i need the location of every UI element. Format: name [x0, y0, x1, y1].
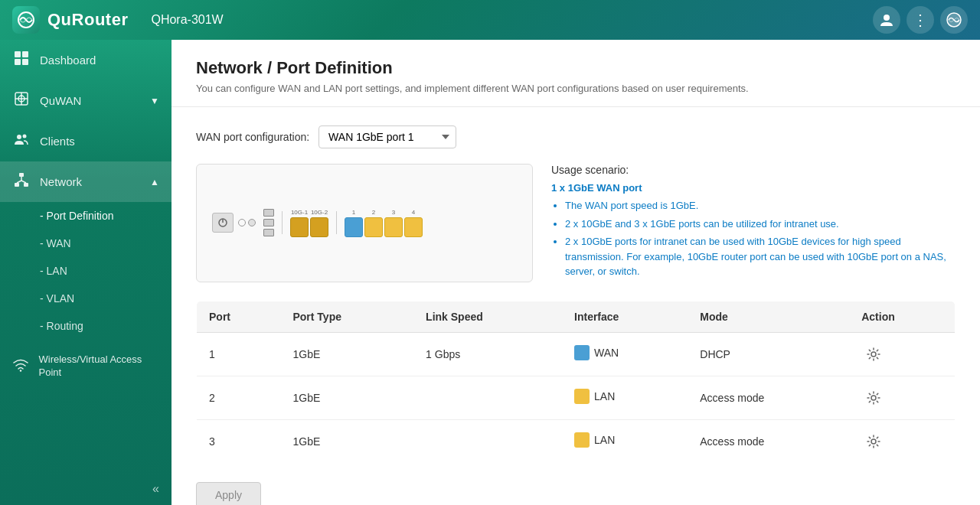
cell-action-1	[849, 376, 955, 419]
logo-text: QuRouter	[47, 10, 128, 30]
more-options-icon[interactable]: ⋮	[906, 6, 934, 34]
sidebar-label-network: Network	[40, 175, 82, 188]
wan-config-select[interactable]: WAN 1GbE port 1 WAN 1GbE port 2 WAN 10Gb…	[318, 125, 456, 148]
svg-point-24	[871, 439, 876, 444]
port-separator-2	[336, 211, 337, 234]
port-group-10g: 10G-1 10G-2	[290, 209, 328, 237]
interface-badge-1: LAN	[574, 389, 615, 404]
sidebar-subitem-routing[interactable]: - Routing	[0, 312, 172, 340]
sidebar-subitem-lan[interactable]: - LAN	[0, 257, 172, 285]
port-diagram-inner: 10G-1 10G-2 1	[212, 209, 517, 237]
sidebar-item-network[interactable]: Network ▲	[0, 161, 172, 202]
clients-icon	[12, 132, 31, 151]
col-mode: Mode	[688, 301, 849, 332]
label-port3: 3	[384, 209, 403, 216]
port-1g-4	[404, 217, 423, 237]
interface-badge-0: WAN	[574, 345, 619, 360]
cell-link-speed-2	[413, 419, 562, 463]
sidebar-subitem-port-definition[interactable]: - Port Definition	[0, 202, 172, 230]
usage-list: The WAN port speed is 1GbE. 2 x 10GbE an…	[551, 198, 956, 279]
action-gear-button-1[interactable]	[861, 386, 886, 410]
port-table: Port Port Type Link Speed Interface Mode…	[196, 301, 956, 464]
usb-port-2	[263, 219, 274, 226]
cell-mode-2: Access mode	[688, 419, 849, 463]
sidebar-sublabel-vlan: - VLAN	[40, 292, 74, 305]
port-1g-2	[364, 217, 383, 237]
cell-port-type-0: 1GbE	[280, 332, 413, 376]
page-body: WAN port configuration: WAN 1GbE port 1 …	[172, 107, 980, 505]
sidebar: Dashboard QuWAN ▼	[0, 40, 172, 505]
sidebar-collapse-button[interactable]: «	[0, 473, 172, 505]
network-icon	[12, 172, 31, 191]
cell-port-type-1: 1GbE	[280, 376, 413, 419]
usage-bullet-2: 2 x 10GbE and 3 x 1GbE ports can be util…	[565, 217, 956, 232]
sidebar-label-wireless: Wireless/Virtual Access Point	[38, 354, 159, 380]
interface-color-icon-0	[574, 345, 590, 360]
cell-interface-0: WAN	[562, 332, 688, 376]
sidebar-item-clients[interactable]: Clients	[0, 121, 172, 161]
cell-link-speed-0: 1 Gbps	[413, 332, 562, 376]
port-group-1g: 1 2 3 4	[345, 209, 423, 237]
radio-button	[238, 219, 246, 226]
svg-point-19	[20, 370, 21, 372]
network-status-icon[interactable]	[940, 6, 968, 34]
page-header: Network / Port Definition You can config…	[172, 40, 980, 107]
apply-button[interactable]: Apply	[196, 482, 261, 506]
sidebar-item-dashboard[interactable]: Dashboard	[0, 40, 172, 80]
sidebar-sublabel-routing: - Routing	[40, 320, 83, 332]
svg-rect-3	[15, 51, 21, 57]
sidebar-sublabel-wan: - WAN	[40, 237, 71, 249]
col-interface: Interface	[562, 301, 688, 332]
device-name: QHora-301W	[151, 13, 223, 27]
usage-bullet-1: The WAN port speed is 1GbE.	[565, 198, 956, 213]
dashboard-icon	[12, 50, 31, 70]
svg-rect-15	[24, 183, 28, 187]
cell-port-2: 3	[197, 419, 281, 463]
sidebar-label-quwan: QuWAN	[40, 94, 81, 107]
col-action: Action	[849, 301, 955, 332]
label-10g1: 10G-1	[290, 209, 309, 216]
main-two-col: 10G-1 10G-2 1	[196, 164, 956, 282]
table-row: 1 1GbE 1 Gbps WAN DHCP	[197, 332, 956, 376]
usage-highlight: 1 x 1GbE WAN port	[551, 182, 956, 194]
label-port1: 1	[345, 209, 363, 216]
user-icon[interactable]	[873, 6, 900, 34]
sidebar-label-dashboard: Dashboard	[40, 54, 96, 67]
page-title: Network / Port Definition	[196, 58, 956, 78]
label-port2: 2	[364, 209, 383, 216]
svg-point-23	[871, 396, 876, 400]
svg-line-18	[21, 181, 26, 183]
port-diagram: 10G-1 10G-2 1	[196, 164, 533, 282]
sidebar-item-quwan[interactable]: QuWAN ▼	[0, 80, 172, 121]
usage-bullet-3: 2 x 10GbE ports for intranet can be used…	[565, 234, 956, 279]
wan-config-row: WAN port configuration: WAN 1GbE port 1 …	[196, 125, 956, 148]
cell-link-speed-1	[413, 376, 562, 419]
svg-point-11	[17, 135, 21, 139]
sidebar-item-wireless[interactable]: Wireless/Virtual Access Point	[0, 343, 172, 390]
svg-rect-4	[22, 51, 28, 57]
cell-mode-0: DHCP	[688, 332, 849, 376]
wan-config-label: WAN port configuration:	[196, 131, 309, 143]
port-1g-1	[345, 217, 363, 237]
logo-icon	[12, 6, 40, 34]
content-area: Network / Port Definition You can config…	[172, 40, 980, 505]
network-chevron: ▲	[150, 177, 159, 187]
cell-interface-1: LAN	[562, 376, 688, 419]
sidebar-sublabel-lan: - LAN	[40, 265, 67, 277]
table-row: 3 1GbE LAN Access mode	[197, 419, 956, 463]
quwan-icon	[12, 91, 31, 110]
sidebar-label-clients: Clients	[40, 135, 75, 148]
usb-port-1	[263, 209, 274, 217]
action-gear-button-0[interactable]	[861, 342, 886, 367]
usage-scenario: Usage scenario: 1 x 1GbE WAN port The WA…	[551, 164, 956, 282]
svg-point-22	[871, 352, 876, 357]
quwan-chevron: ▼	[150, 96, 159, 106]
port-1g-3	[384, 217, 403, 237]
action-gear-button-2[interactable]	[861, 429, 886, 454]
sidebar-subitem-wan[interactable]: - WAN	[0, 230, 172, 257]
cell-interface-2: LAN	[562, 419, 688, 463]
interface-label-2: LAN	[594, 434, 615, 446]
sidebar-subitem-vlan[interactable]: - VLAN	[0, 285, 172, 312]
wireless-icon	[12, 357, 29, 376]
page-description: You can configure WAN and LAN port setti…	[196, 83, 956, 94]
